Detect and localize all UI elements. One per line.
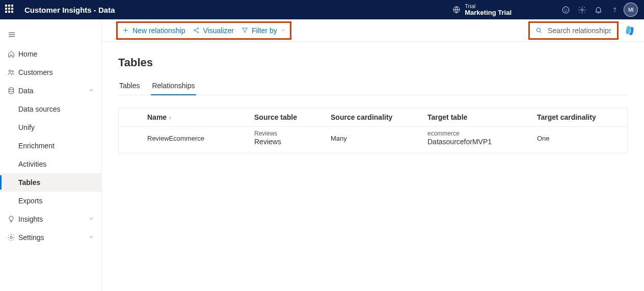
environment-picker[interactable]: Trial Marketing Trial — [448, 2, 512, 18]
svg-point-8 — [9, 88, 13, 90]
visualizer-button[interactable]: Visualizer — [193, 27, 234, 35]
environment-icon — [448, 2, 465, 18]
chevron-down-icon — [88, 233, 94, 242]
tab-relationships[interactable]: Relationships — [151, 78, 196, 95]
help-icon[interactable] — [606, 2, 623, 18]
sidebar-item-label: Enrichment — [18, 142, 55, 150]
tab-tables[interactable]: Tables — [118, 78, 141, 95]
sidebar-item-label: Data — [18, 87, 34, 95]
environment-name: Marketing Trial — [465, 9, 512, 16]
gear-icon — [7, 233, 18, 242]
copilot-icon — [624, 24, 636, 37]
sidebar-item-tables[interactable]: Tables — [0, 173, 101, 192]
share-nodes-icon — [193, 27, 200, 34]
sidebar-item-activities[interactable]: Activities — [0, 155, 101, 173]
search-input[interactable] — [547, 26, 612, 35]
copilot-button[interactable] — [622, 22, 639, 39]
data-icon — [7, 87, 18, 95]
col-header-target-table[interactable]: Target table — [427, 113, 537, 121]
cell-source-small: Reviews — [254, 130, 331, 137]
filter-icon — [241, 27, 249, 34]
svg-point-12 — [197, 32, 199, 33]
settings-icon[interactable] — [574, 2, 590, 18]
cell-source-cardinality: Many — [331, 130, 427, 142]
cell-source-table: Reviews Reviews — [254, 130, 331, 147]
col-header-source-cardinality[interactable]: Source cardinality — [331, 113, 427, 121]
col-header-target-cardinality[interactable]: Target cardinality — [537, 113, 608, 121]
svg-point-4 — [581, 9, 583, 11]
cell-target-small: ecommerce — [427, 130, 537, 137]
svg-point-5 — [614, 11, 615, 12]
col-header-name[interactable]: Name↑ — [147, 113, 254, 121]
sidebar-item-label: Home — [18, 50, 37, 58]
chevron-down-icon — [280, 27, 286, 35]
sidebar-item-label: Unify — [18, 123, 35, 131]
cell-target-table: ecommerce DatasourceforMVP1 — [427, 130, 537, 147]
cell-target-big: DatasourceforMVP1 — [427, 137, 537, 146]
cell-target-cardinality: One — [537, 130, 608, 142]
svg-point-10 — [194, 30, 195, 31]
sidebar-item-enrichment[interactable]: Enrichment — [0, 137, 101, 155]
sidebar-item-data-sources[interactable]: Data sources — [0, 100, 101, 118]
cmd-label: Filter by — [252, 27, 277, 35]
table-header-row: Name↑ Source table Source cardinality Ta… — [119, 108, 627, 127]
filter-by-button[interactable]: Filter by — [241, 27, 286, 35]
environment-label: Trial — [465, 3, 512, 9]
cmd-label: Visualizer — [203, 27, 234, 35]
cell-name: ReviewEcommerce — [147, 130, 254, 142]
account-avatar[interactable]: MI — [623, 2, 639, 18]
customers-icon — [7, 68, 18, 76]
sidebar-item-label: Data sources — [18, 105, 60, 113]
command-bar: New relationship Visualizer Filter by — [102, 19, 644, 42]
search-icon — [535, 27, 543, 34]
sidebar-item-label: Activities — [18, 160, 46, 168]
table-row[interactable]: ReviewEcommerce Reviews Reviews Many eco… — [119, 127, 627, 153]
search-highlight — [528, 21, 619, 40]
sidebar-item-label: Exports — [18, 197, 42, 205]
sidebar-item-unify[interactable]: Unify — [0, 118, 101, 137]
tab-strip: Tables Relationships — [118, 78, 628, 95]
sidebar-item-exports[interactable]: Exports — [0, 192, 101, 210]
new-relationship-button[interactable]: New relationship — [122, 27, 185, 35]
svg-point-11 — [197, 28, 199, 30]
sidebar-item-label: Settings — [18, 233, 44, 242]
svg-point-3 — [567, 9, 567, 9]
plus-icon — [122, 27, 129, 34]
sidebar-item-settings[interactable]: Settings — [0, 228, 101, 247]
avatar-initials: MI — [624, 3, 638, 17]
svg-point-6 — [9, 70, 11, 72]
sidebar-item-insights[interactable]: Insights — [0, 210, 101, 228]
chevron-down-icon — [88, 215, 94, 223]
feedback-icon[interactable] — [557, 2, 574, 18]
svg-point-13 — [536, 28, 541, 32]
chevron-up-icon — [88, 87, 94, 95]
sidebar-item-customers[interactable]: Customers — [0, 63, 101, 82]
page-title: Tables — [118, 56, 628, 69]
svg-point-1 — [562, 7, 569, 13]
insights-icon — [7, 215, 18, 223]
col-header-source-table[interactable]: Source table — [254, 113, 331, 121]
app-title: Customer Insights - Data — [24, 6, 115, 14]
col-header-label: Name — [147, 113, 167, 121]
nav-toggle[interactable] — [0, 24, 101, 45]
sidebar-item-data[interactable]: Data — [0, 82, 101, 100]
cmd-label: New relationship — [132, 27, 185, 35]
sort-asc-icon: ↑ — [169, 115, 172, 121]
svg-point-9 — [10, 236, 12, 239]
sidebar-item-label: Customers — [18, 68, 53, 76]
svg-point-7 — [12, 70, 13, 72]
app-launcher-icon[interactable] — [5, 5, 15, 15]
relationships-table: Name↑ Source table Source cardinality Ta… — [118, 108, 628, 153]
sidebar-item-label: Tables — [18, 178, 40, 187]
svg-point-2 — [565, 9, 565, 9]
home-icon — [7, 50, 18, 58]
cell-source-big: Reviews — [254, 137, 331, 146]
sidebar-item-home[interactable]: Home — [0, 45, 101, 63]
sidebar-item-label: Insights — [18, 215, 43, 223]
notifications-icon[interactable] — [590, 2, 606, 18]
command-bar-highlight: New relationship Visualizer Filter by — [116, 21, 291, 40]
sidebar: Home Customers Data Data sources Unify E… — [0, 19, 102, 291]
